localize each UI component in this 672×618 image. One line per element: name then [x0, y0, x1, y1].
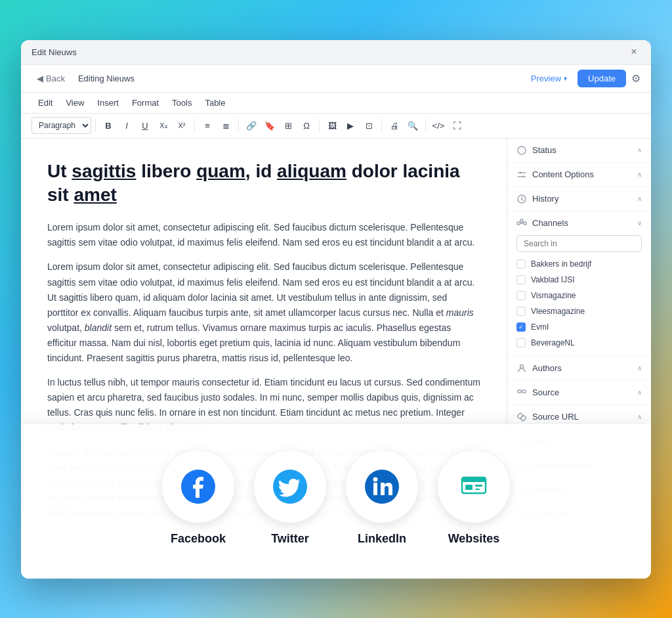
embed-button[interactable]: ⊡ [360, 117, 377, 134]
channel-checkbox-vleesmagazine[interactable] [516, 307, 526, 316]
linkedin-circle[interactable] [346, 451, 418, 523]
svg-point-3 [520, 171, 522, 173]
sidebar-header-left-history: History [516, 194, 558, 204]
divider-1 [95, 119, 96, 132]
source-url-label: Source URL [532, 412, 579, 422]
italic-button[interactable]: I [118, 117, 135, 134]
channel-label-vleesmagazine: Vleesmagazine [531, 307, 585, 316]
special-char-button[interactable]: Ω [298, 117, 315, 134]
numbered-list-button[interactable]: ≣ [217, 117, 234, 134]
editor-heading: Ut sagittis libero quam, id aliquam dolo… [47, 160, 480, 208]
twitter-circle[interactable] [254, 451, 326, 523]
sidebar-header-left-content: Content Options [516, 169, 594, 180]
divider-3 [238, 119, 239, 132]
channel-checkbox-evml[interactable]: ✓ [516, 322, 526, 332]
sidebar-header-channels[interactable]: Channels [507, 211, 651, 235]
back-button[interactable]: ◀ Back [32, 71, 70, 86]
social-item-twitter[interactable]: Twitter [254, 451, 326, 546]
table-button[interactable]: ⊞ [280, 117, 297, 134]
sidebar-header-content[interactable]: Content Options [507, 163, 651, 187]
link-button[interactable]: 🔗 [243, 117, 260, 134]
channel-item-vleesmagazine[interactable]: Vleesmagazine [516, 305, 642, 318]
sidebar-section-status: Status [507, 139, 651, 163]
sidebar-header-left-status: Status [516, 145, 556, 156]
bold-button[interactable]: B [100, 117, 117, 134]
svg-rect-25 [465, 485, 472, 490]
channel-checkbox-bakkers[interactable] [516, 259, 526, 269]
title-bar: Edit Nieuws × [21, 40, 651, 65]
format-bar: Paragraph B I U X₂ X² ≡ ≣ 🔗 🔖 ⊞ Ω 🖼 ▶ ⊡ … [21, 114, 651, 139]
menu-view[interactable]: View [59, 95, 91, 110]
menu-format[interactable]: Format [125, 95, 165, 110]
svg-rect-24 [462, 477, 486, 482]
sidebar-header-status[interactable]: Status [507, 139, 651, 162]
chevron-down-icon: ▾ [564, 75, 567, 82]
channel-label-beveragenl: BeverageNL [531, 338, 575, 347]
image-button[interactable]: 🖼 [324, 117, 341, 134]
twitter-icon [273, 470, 307, 504]
channels-search-input[interactable] [516, 235, 642, 252]
sidebar-header-authors[interactable]: Authors [507, 357, 651, 380]
network-icon [516, 218, 527, 229]
search-button[interactable]: 🔍 [404, 117, 421, 134]
channel-checkbox-vismagazine[interactable] [516, 291, 526, 300]
preview-button[interactable]: Preview ▾ [526, 71, 572, 86]
close-button[interactable]: × [627, 45, 640, 58]
history-chevron [637, 195, 642, 202]
superscript-button[interactable]: X² [173, 117, 190, 134]
paragraph-select[interactable]: Paragraph [32, 117, 91, 134]
sidebar-header-source[interactable]: Source [507, 381, 651, 405]
underline-button[interactable]: U [136, 117, 154, 134]
channel-item-vismagazine[interactable]: Vismagazine [516, 289, 642, 302]
code-button[interactable]: </> [430, 117, 447, 134]
menu-tools[interactable]: Tools [165, 95, 198, 110]
menu-insert[interactable]: Insert [91, 95, 125, 110]
sidebar-section-channels: Channels Bakkers in bedrijf Vakblad IJSI [507, 211, 651, 357]
channel-item-vakblad[interactable]: Vakblad IJSI [516, 273, 642, 286]
twitter-label: Twitter [271, 532, 309, 546]
channel-item-bakkers[interactable]: Bakkers in bedrijf [516, 257, 642, 271]
channel-item-beveragenl[interactable]: BeverageNL [516, 336, 642, 349]
websites-circle[interactable] [438, 451, 510, 523]
channel-checkbox-vakblad[interactable] [516, 275, 526, 284]
social-item-facebook[interactable]: Facebook [162, 451, 234, 546]
back-arrow-icon: ◀ [37, 74, 43, 83]
sidebar-header-left-authors: Authors [516, 363, 562, 374]
channel-checkbox-beveragenl[interactable] [516, 338, 526, 347]
menu-table[interactable]: Table [198, 95, 232, 110]
status-label: Status [532, 145, 556, 155]
bookmark-button[interactable]: 🔖 [261, 117, 278, 134]
channel-item-evml[interactable]: ✓ EvmI [516, 320, 642, 334]
print-button[interactable]: 🖨 [386, 117, 403, 134]
preview-label: Preview [531, 74, 561, 83]
facebook-circle[interactable] [162, 451, 234, 523]
menu-bar: Edit View Insert Format Tools Table [21, 93, 651, 114]
menu-edit[interactable]: Edit [32, 95, 59, 110]
subscript-button[interactable]: X₂ [155, 117, 172, 134]
sidebar-section-content: Content Options [507, 163, 651, 187]
sidebar-header-left-source: Source [516, 387, 559, 398]
svg-rect-26 [475, 485, 482, 487]
social-item-linkedin[interactable]: LinkedIn [346, 451, 418, 546]
channel-list: Bakkers in bedrijf Vakblad IJSI Vismagaz… [516, 257, 642, 349]
sidebar-header-left-source-url: Source URL [516, 412, 579, 422]
svg-rect-13 [522, 390, 526, 393]
settings-icon[interactable]: ⚙ [631, 72, 640, 85]
svg-rect-12 [518, 390, 521, 393]
sidebar-header-history[interactable]: History [507, 187, 651, 211]
editor-paragraph-2: Lorem ipsum dolor sit amet, consectetur … [47, 259, 480, 366]
update-button[interactable]: Update [578, 70, 626, 87]
edit-modal: Edit Nieuws × ◀ Back Editing Nieuws Prev… [21, 40, 651, 579]
status-chevron [637, 146, 642, 154]
channel-label-vakblad: Vakblad IJSI [531, 275, 574, 284]
social-item-websites[interactable]: Websites [438, 451, 510, 546]
bullet-list-button[interactable]: ≡ [199, 117, 216, 134]
sidebar-section-history: History [507, 187, 651, 211]
channels-chevron [637, 219, 642, 227]
media-button[interactable]: ▶ [342, 117, 359, 134]
toolbar-top: ◀ Back Editing Nieuws Preview ▾ Update ⚙ [21, 65, 651, 93]
fullscreen-button[interactable]: ⛶ [448, 117, 465, 134]
sidebar-section-authors: Authors [507, 357, 651, 381]
linkedin-icon [365, 470, 399, 504]
websites-label: Websites [448, 532, 500, 546]
